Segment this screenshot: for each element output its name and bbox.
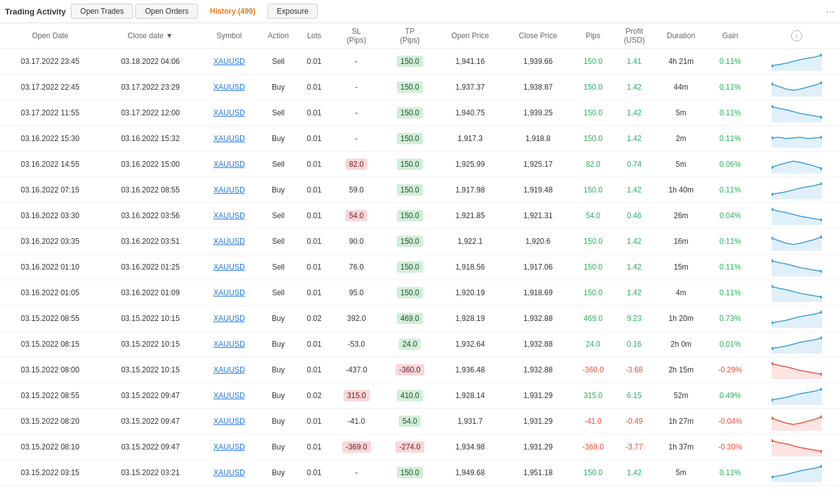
close-date: 03.16.2022 01:09 (100, 280, 201, 306)
sl-cell: -437.0 (330, 357, 383, 383)
mini-chart-cell (753, 383, 840, 409)
mini-chart (772, 232, 822, 251)
lots: 0.01 (299, 255, 330, 280)
table-row: 03.15.2022 08:15 03.15.2022 10:15 XAUUSD… (0, 332, 840, 357)
tab-open-orders[interactable]: Open Orders (135, 4, 197, 19)
symbol-link[interactable]: XAUUSD (214, 186, 245, 194)
close-price: 1,939.25 (504, 100, 572, 126)
symbol-link[interactable]: XAUUSD (214, 211, 245, 220)
col-open-date: Open Date (0, 23, 100, 49)
tab-history[interactable]: History (499) (201, 4, 265, 19)
action: Buy (258, 306, 298, 332)
symbol-link[interactable]: XAUUSD (214, 417, 245, 426)
lots: 0.02 (299, 383, 330, 409)
gain: 0.06% (708, 152, 753, 177)
duration: 5m (654, 460, 707, 486)
symbol-link[interactable]: XAUUSD (214, 391, 245, 400)
close-date: 03.16.2022 15:32 (100, 126, 201, 152)
col-close-date[interactable]: Close date ▼ (100, 23, 201, 49)
profit: 0.16 (614, 332, 654, 357)
symbol[interactable]: XAUUSD (201, 332, 258, 357)
symbol[interactable]: XAUUSD (201, 100, 258, 126)
symbol[interactable]: XAUUSD (201, 75, 258, 100)
tp-value: 150.0 (397, 287, 423, 298)
symbol[interactable]: XAUUSD (201, 49, 258, 75)
symbol-link[interactable]: XAUUSD (214, 468, 245, 477)
open-price: 1,925.99 (436, 152, 503, 177)
symbol[interactable]: XAUUSD (201, 280, 258, 306)
tp-cell: 150.0 (383, 280, 436, 306)
symbol-link[interactable]: XAUUSD (214, 160, 245, 169)
symbol[interactable]: XAUUSD (201, 177, 258, 203)
lots: 0.01 (299, 75, 330, 100)
sl-value: 315.0 (344, 390, 370, 401)
symbol-link[interactable]: XAUUSD (214, 365, 245, 374)
symbol-link[interactable]: XAUUSD (214, 314, 245, 323)
profit: 9.23 (614, 306, 654, 332)
symbol-link[interactable]: XAUUSD (214, 263, 245, 271)
symbol-link[interactable]: XAUUSD (214, 134, 245, 143)
lots: 0.01 (299, 126, 330, 152)
gain: 0.11% (708, 255, 753, 280)
action: Buy (258, 332, 298, 357)
symbol[interactable]: XAUUSD (201, 203, 258, 229)
lots: 0.01 (299, 332, 330, 357)
sl-cell: - (330, 75, 383, 100)
mini-chart (772, 283, 822, 302)
gain: 0.11% (708, 75, 753, 100)
tp-value: 150.0 (397, 467, 423, 478)
tab-open-trades[interactable]: Open Trades (71, 4, 133, 19)
close-date: 03.16.2022 08:55 (100, 177, 201, 203)
symbol[interactable]: XAUUSD (201, 383, 258, 409)
mini-chart (772, 463, 822, 482)
pips: 150.0 (572, 100, 614, 126)
symbol-link[interactable]: XAUUSD (214, 57, 245, 66)
close-price: 1,932.88 (504, 357, 572, 383)
duration: 2h 15m (654, 357, 707, 383)
col-chart: i (753, 23, 840, 49)
close-date: 03.15.2022 09:47 (100, 434, 201, 460)
symbol[interactable]: XAUUSD (201, 126, 258, 152)
symbol-link[interactable]: XAUUSD (214, 83, 245, 92)
gain: 0.11% (708, 280, 753, 306)
col-close-price: Close Price (504, 23, 572, 49)
pips: 54.0 (572, 203, 614, 229)
info-icon[interactable]: i (791, 30, 802, 41)
symbol[interactable]: XAUUSD (201, 152, 258, 177)
gain: 0.11% (708, 100, 753, 126)
mini-chart (772, 258, 822, 276)
profit: 1.42 (614, 177, 654, 203)
symbol[interactable]: XAUUSD (201, 255, 258, 280)
symbol[interactable]: XAUUSD (201, 460, 258, 486)
pips: -360.0 (572, 357, 614, 383)
pips: -369.0 (572, 434, 614, 460)
lots: 0.01 (299, 229, 330, 255)
mini-chart-cell (753, 255, 840, 280)
symbol[interactable]: XAUUSD (201, 229, 258, 255)
mini-chart-cell (753, 280, 840, 306)
pips: 150.0 (572, 255, 614, 280)
open-date: 03.15.2022 08:00 (0, 357, 100, 383)
sl-cell: - (330, 126, 383, 152)
symbol-link[interactable]: XAUUSD (214, 108, 245, 117)
table-row: 03.15.2022 08:55 03.15.2022 09:47 XAUUSD… (0, 383, 840, 409)
more-options-icon[interactable]: ··· (826, 5, 835, 18)
symbol-link[interactable]: XAUUSD (214, 340, 245, 349)
symbol-link[interactable]: XAUUSD (214, 443, 245, 451)
symbol[interactable]: XAUUSD (201, 409, 258, 434)
mini-chart (772, 438, 822, 456)
symbol[interactable]: XAUUSD (201, 434, 258, 460)
symbol-link[interactable]: XAUUSD (214, 237, 245, 246)
symbol[interactable]: XAUUSD (201, 357, 258, 383)
action: Buy (258, 126, 298, 152)
tp-value: 150.0 (397, 236, 423, 247)
duration: 2m (654, 126, 707, 152)
close-date: 03.15.2022 09:47 (100, 383, 201, 409)
lots: 0.01 (299, 280, 330, 306)
tab-exposure[interactable]: Exposure (268, 4, 318, 19)
mini-chart-cell (753, 126, 840, 152)
mini-chart-cell (753, 75, 840, 100)
symbol[interactable]: XAUUSD (201, 306, 258, 332)
symbol-link[interactable]: XAUUSD (214, 288, 245, 297)
mini-chart (772, 206, 822, 225)
